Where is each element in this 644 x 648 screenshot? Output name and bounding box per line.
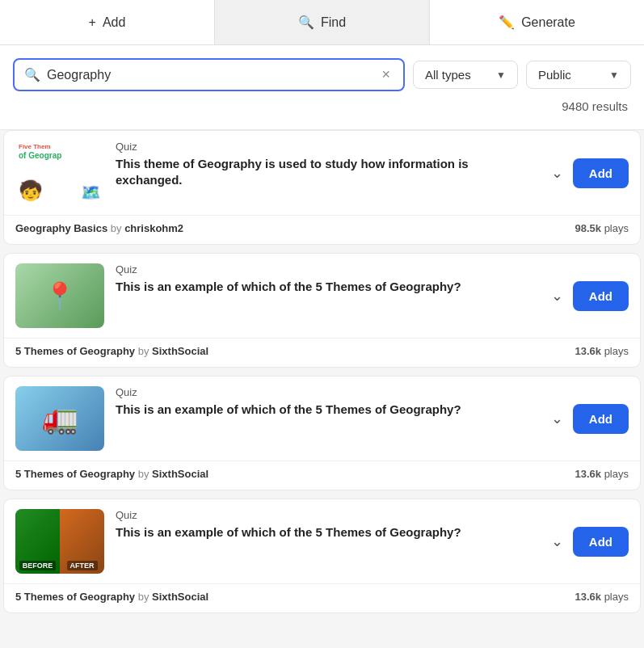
table-row: BEFORE AFTER Quiz This is an example of …: [3, 499, 641, 613]
card-title: This is an example of which of the 5 The…: [116, 524, 537, 541]
search-row: 🔍 × All types ▼ Public ▼: [13, 58, 631, 91]
tab-generate-label: Generate: [521, 15, 575, 30]
card-title: This is an example of which of the 5 The…: [116, 279, 537, 295]
search-area: 🔍 × All types ▼ Public ▼ 9480 results: [0, 45, 644, 130]
tab-find[interactable]: 🔍 Find: [215, 0, 430, 44]
type-filter-value: All types: [425, 68, 471, 82]
card-source: 5 Themes of Geography by SixthSocial: [15, 591, 208, 603]
results-count: 9480 results: [13, 91, 631, 116]
card-actions: ⌄ Add: [548, 386, 629, 451]
type-filter-dropdown[interactable]: All types ▼: [413, 61, 518, 89]
card-actions: ⌄ Add: [548, 263, 629, 328]
tab-add-label: Add: [103, 15, 125, 30]
card-content: Quiz This is an example of which of the …: [116, 509, 537, 574]
card-thumbnail: 🚛: [15, 386, 104, 451]
type-filter-arrow-icon: ▼: [496, 69, 506, 81]
card-main: Five Themof Geograp 🧒 🗺️ Quiz This theme…: [4, 131, 640, 215]
card-plays: 98.5k plays: [575, 222, 629, 234]
card-footer: Geography Basics by chriskohm2 98.5k pla…: [4, 215, 640, 244]
card-footer: 5 Themes of Geography by SixthSocial 13.…: [4, 583, 640, 612]
add-button[interactable]: Add: [573, 158, 629, 188]
card-type: Quiz: [116, 386, 537, 398]
search-icon: 🔍: [24, 67, 40, 82]
expand-button[interactable]: ⌄: [548, 161, 566, 185]
card-footer: 5 Themes of Geography by SixthSocial 13.…: [4, 461, 640, 490]
card-source: 5 Themes of Geography by SixthSocial: [15, 345, 208, 357]
tab-generate[interactable]: ✏️ Generate: [430, 0, 644, 44]
table-row: Five Themof Geograp 🧒 🗺️ Quiz This theme…: [3, 130, 641, 245]
card-content: Quiz This is an example of which of the …: [116, 263, 537, 328]
table-row: 🚛 Quiz This is an example of which of th…: [3, 376, 641, 490]
card-type: Quiz: [116, 263, 537, 276]
card-thumbnail: 📍: [15, 263, 104, 328]
card-footer: 5 Themes of Geography by SixthSocial 13.…: [4, 338, 640, 367]
card-main: 📍 Quiz This is an example of which of th…: [4, 254, 640, 338]
visibility-filter-dropdown[interactable]: Public ▼: [526, 61, 631, 89]
card-source: 5 Themes of Geography by SixthSocial: [15, 468, 208, 480]
card-plays: 13.6k plays: [575, 468, 629, 480]
generate-icon: ✏️: [499, 15, 515, 30]
card-main: 🚛 Quiz This is an example of which of th…: [4, 377, 640, 461]
table-row: 📍 Quiz This is an example of which of th…: [3, 253, 641, 368]
card-content: Quiz This is an example of which of the …: [116, 386, 537, 451]
add-button[interactable]: Add: [573, 404, 629, 434]
card-type: Quiz: [116, 141, 537, 153]
after-label: AFTER: [67, 561, 98, 570]
card-title: This theme of Geography is used to study…: [116, 156, 537, 189]
card-content: Quiz This theme of Geography is used to …: [116, 141, 537, 205]
card-actions: ⌄ Add: [548, 141, 629, 205]
visibility-filter-value: Public: [538, 68, 571, 82]
card-actions: ⌄ Add: [548, 509, 629, 574]
card-source: Geography Basics by chriskohm2: [15, 222, 183, 234]
search-box-container: 🔍 ×: [13, 58, 405, 91]
card-title: This is an example of which of the 5 The…: [116, 402, 537, 418]
tab-find-label: Find: [321, 15, 346, 30]
card-plays: 13.6k plays: [575, 591, 629, 603]
top-tabs: + Add 🔍 Find ✏️ Generate: [0, 0, 644, 45]
search-input[interactable]: [47, 68, 378, 82]
card-plays: 13.6k plays: [575, 345, 629, 357]
expand-button[interactable]: ⌄: [548, 406, 566, 431]
card-main: BEFORE AFTER Quiz This is an example of …: [4, 499, 640, 583]
before-label: BEFORE: [19, 561, 57, 570]
visibility-filter-arrow-icon: ▼: [609, 69, 619, 81]
cards-list: Five Themof Geograp 🧒 🗺️ Quiz This theme…: [0, 130, 644, 620]
card-thumbnail: Five Themof Geograp 🧒 🗺️: [15, 141, 104, 205]
find-icon: 🔍: [298, 15, 314, 30]
card-thumbnail: BEFORE AFTER: [15, 509, 104, 574]
tab-add[interactable]: + Add: [0, 0, 215, 44]
add-icon: +: [89, 15, 96, 30]
add-button[interactable]: Add: [573, 527, 629, 557]
add-button[interactable]: Add: [573, 281, 629, 311]
clear-search-button[interactable]: ×: [378, 66, 394, 83]
card-type: Quiz: [116, 509, 537, 521]
expand-button[interactable]: ⌄: [548, 529, 566, 553]
expand-button[interactable]: ⌄: [548, 284, 566, 308]
